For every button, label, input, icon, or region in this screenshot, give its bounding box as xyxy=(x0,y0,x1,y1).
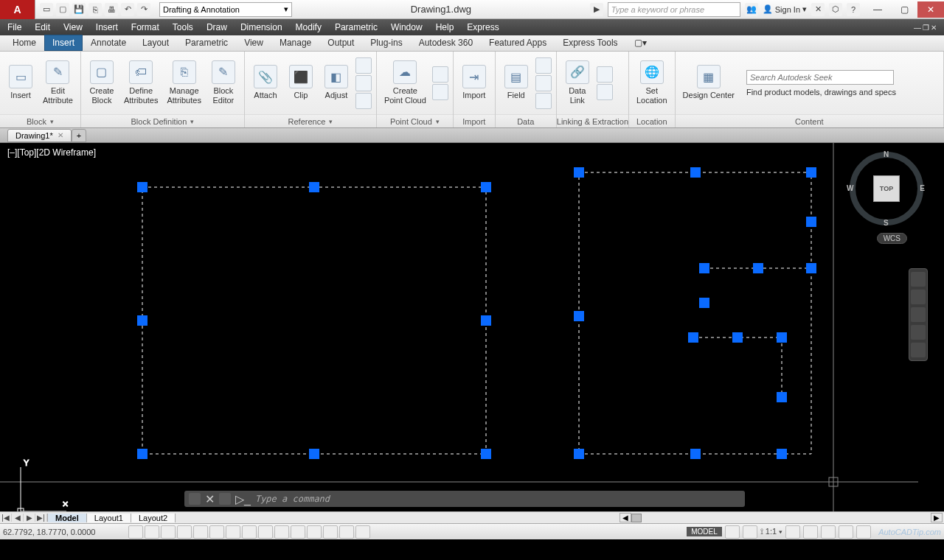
maximize-button[interactable]: ▢ xyxy=(891,1,917,18)
annotation-monitor-button[interactable] xyxy=(355,525,370,539)
manage-attributes-button[interactable]: ⎘Manage Attributes xyxy=(164,59,204,107)
menu-help[interactable]: Help xyxy=(436,22,454,32)
frames-button[interactable] xyxy=(355,75,372,91)
set-location-button[interactable]: 🌐Set Location xyxy=(634,59,670,107)
h-scrollbar[interactable]: ◀ ▶ xyxy=(176,513,944,522)
menu-dimension[interactable]: Dimension xyxy=(240,22,282,32)
drawing-canvas[interactable]: [–][Top][2D Wireframe] Y ✕ xyxy=(0,143,944,523)
saveas-icon[interactable]: ⎘ xyxy=(88,3,102,16)
quick-view-drawings-button[interactable] xyxy=(743,525,757,539)
pc-attach-button[interactable] xyxy=(432,66,448,83)
annotation-scale[interactable]: ⟟ 1:1 ▾ xyxy=(760,527,782,536)
menu-insert[interactable]: Insert xyxy=(96,22,118,32)
search-magnifier-icon[interactable]: ▶ xyxy=(590,3,603,16)
menu-express[interactable]: Express xyxy=(467,22,499,32)
tab-express-tools[interactable]: Express Tools xyxy=(555,35,625,51)
tab-model[interactable]: Model xyxy=(48,514,87,522)
viewcube-west[interactable]: W xyxy=(847,184,853,192)
underlay-layers-button[interactable] xyxy=(355,57,372,74)
command-line[interactable]: ✕ ▷_ Type a command xyxy=(184,491,745,507)
doc-restore-icon[interactable]: ❐ xyxy=(923,24,929,32)
cmd-customize-icon[interactable] xyxy=(189,493,201,505)
new-icon[interactable]: ▭ xyxy=(40,3,53,16)
scroll-right-icon[interactable]: ▶ xyxy=(931,513,943,522)
tab-layout2[interactable]: Layout2 xyxy=(131,514,176,522)
import-button[interactable]: ⇥Import xyxy=(458,63,490,102)
hardware-acceleration-button[interactable] xyxy=(839,525,853,539)
tab-home[interactable]: Home xyxy=(4,35,44,51)
insert-block-button[interactable]: ▭Insert xyxy=(4,63,37,102)
nav-wheel-icon[interactable] xyxy=(911,272,926,287)
close-file-icon[interactable]: ✕ xyxy=(58,131,63,139)
wcs-badge[interactable]: WCS xyxy=(877,233,907,244)
nav-pan-icon[interactable] xyxy=(911,290,926,304)
design-center-button[interactable]: ▦Design Center xyxy=(680,63,738,102)
tab-manage[interactable]: Manage xyxy=(271,35,319,51)
isolate-objects-button[interactable] xyxy=(856,525,871,539)
panel-block-label[interactable]: Block xyxy=(0,114,80,127)
ole-object-button[interactable] xyxy=(535,75,552,91)
pc-density-button[interactable] xyxy=(432,84,448,100)
viewcube[interactable]: TOP N S E W xyxy=(850,152,923,225)
panel-block-def-label[interactable]: Block Definition xyxy=(81,114,244,127)
adjust-button[interactable]: ◧Adjust xyxy=(320,63,353,102)
open-icon[interactable]: ▢ xyxy=(56,3,69,16)
ribbon-minimize-icon[interactable]: ▢▾ xyxy=(626,35,655,51)
snap-underlay-button[interactable] xyxy=(355,93,372,109)
tab-view[interactable]: View xyxy=(236,35,271,51)
viewcube-north[interactable]: N xyxy=(884,150,889,158)
toolbar-lock-button[interactable] xyxy=(821,525,836,539)
save-icon[interactable]: 💾 xyxy=(72,3,86,16)
3d-osnap-button[interactable] xyxy=(226,525,240,539)
tab-parametric[interactable]: Parametric xyxy=(177,35,236,51)
panel-reference-label[interactable]: Reference xyxy=(245,114,376,127)
ortho-mode-button[interactable] xyxy=(177,525,192,539)
clip-button[interactable]: ⬛Clip xyxy=(285,63,317,102)
object-snap-tracking-button[interactable] xyxy=(242,525,257,539)
viewcube-east[interactable]: E xyxy=(920,184,925,192)
menu-draw[interactable]: Draw xyxy=(206,22,227,32)
nav-orbit-icon[interactable] xyxy=(911,325,926,340)
workspace-dropdown[interactable]: Drafting & Annotation ▾ xyxy=(159,2,292,17)
viewport-label[interactable]: [–][Top][2D Wireframe] xyxy=(7,147,96,158)
first-layout-icon[interactable]: |◀ xyxy=(0,514,12,522)
dynamic-input-button[interactable] xyxy=(274,525,289,539)
snap-mode-button[interactable] xyxy=(145,525,159,539)
exchange-icon[interactable]: ✕ xyxy=(811,3,825,16)
nav-showmotion-icon[interactable] xyxy=(911,343,926,357)
help-updates-icon[interactable]: ⬡ xyxy=(829,3,842,16)
block-editor-button[interactable]: ✎Block Editor xyxy=(207,59,240,107)
selection-cycling-button[interactable] xyxy=(339,525,354,539)
viewcube-south[interactable]: S xyxy=(884,219,889,227)
menu-window[interactable]: Window xyxy=(391,22,423,32)
tab-insert[interactable]: Insert xyxy=(44,35,83,51)
menu-modify[interactable]: Modify xyxy=(296,22,322,32)
attach-button[interactable]: 📎Attach xyxy=(249,63,282,102)
file-tab-drawing1[interactable]: Drawing1* ✕ xyxy=(7,129,72,142)
cmd-close-icon[interactable]: ✕ xyxy=(205,492,215,506)
tab-autodesk360[interactable]: Autodesk 360 xyxy=(411,35,481,51)
ducs-button[interactable] xyxy=(258,525,273,539)
menu-edit[interactable]: Edit xyxy=(35,22,50,32)
prev-layout-icon[interactable]: ◀ xyxy=(12,514,24,522)
menu-parametric[interactable]: Parametric xyxy=(335,22,378,32)
help-icon[interactable]: ? xyxy=(847,3,860,16)
grid-display-button[interactable] xyxy=(161,525,176,539)
create-point-cloud-button[interactable]: ☁Create Point Cloud xyxy=(381,59,429,107)
doc-close-icon[interactable]: ✕ xyxy=(931,24,937,32)
redo-icon[interactable]: ↷ xyxy=(137,3,150,16)
panel-point-cloud-label[interactable]: Point Cloud xyxy=(377,114,453,127)
annotation-visibility-button[interactable] xyxy=(785,525,800,539)
doc-min-icon[interactable]: — xyxy=(914,24,921,32)
new-file-tab-button[interactable]: + xyxy=(72,129,86,142)
cmd-input[interactable]: Type a command xyxy=(255,494,330,504)
model-space-button[interactable]: MODEL xyxy=(687,527,722,536)
transparency-button[interactable] xyxy=(307,525,322,539)
tab-plugins[interactable]: Plug-ins xyxy=(362,35,410,51)
field-button[interactable]: ▤Field xyxy=(500,63,532,102)
scroll-thumb[interactable] xyxy=(631,514,642,522)
coordinates-readout[interactable]: 62.7792, 18.7770, 0.0000 xyxy=(3,528,128,536)
quick-view-layouts-button[interactable] xyxy=(725,525,740,539)
seek-search-input[interactable] xyxy=(746,70,894,85)
define-attributes-button[interactable]: 🏷Define Attributes xyxy=(121,59,161,107)
